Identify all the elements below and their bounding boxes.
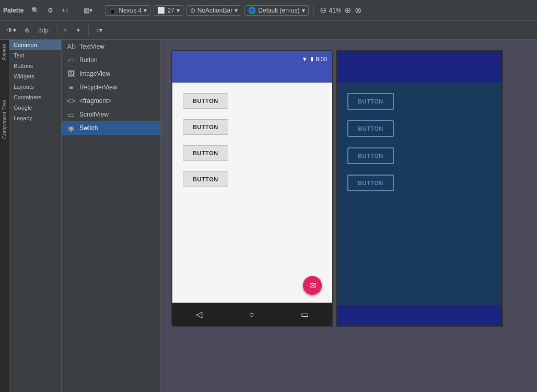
- main-area: Palette Component Tree CommonTextButtons…: [0, 40, 537, 392]
- divider-4: [56, 25, 56, 36]
- fab-button[interactable]: ✉: [303, 276, 322, 295]
- wave-button[interactable]: ≈: [61, 26, 70, 35]
- components-container: AbTextView▭Button🖼ImageView≡RecyclerView…: [62, 40, 160, 135]
- component-icon-switch: ◉: [67, 124, 75, 132]
- categories-list: CommonTextButtonsWidgetsLayoutsContainer…: [9, 40, 61, 123]
- component-item-recyclerview[interactable]: ≡RecyclerView: [62, 80, 160, 94]
- divider-2: [100, 5, 100, 16]
- api-level: 27: [167, 7, 174, 14]
- dark-button-4[interactable]: BUTTON: [347, 175, 394, 191]
- component-label-fragment: <fragment>: [79, 97, 111, 105]
- chevron-down-icon: ▾: [144, 7, 147, 14]
- locale-selector[interactable]: 🌐 Default (en-us) ▾: [244, 5, 308, 16]
- dark-button-3[interactable]: BUTTON: [347, 147, 394, 164]
- search-icon: 🔍: [31, 7, 39, 14]
- phone-nav-bar: ◁ ○ ▭: [172, 303, 332, 326]
- battery-icon: ▮: [310, 55, 313, 62]
- device-selector[interactable]: 📱 Nexus 4 ▾: [105, 5, 150, 16]
- theme-icon: ⊙: [190, 7, 195, 14]
- phone-button-2[interactable]: BUTTON: [183, 119, 228, 135]
- dark-preview-header: [337, 51, 502, 83]
- phone-status-bar: ▼ ▮ 8:00: [172, 51, 332, 83]
- spark-button[interactable]: ✦: [73, 26, 84, 35]
- add-button[interactable]: +↕: [59, 6, 71, 15]
- arrow-button[interactable]: ↕▾: [94, 26, 105, 35]
- component-icon-button: ▭: [67, 56, 75, 64]
- theme-selector[interactable]: ⊙ NoActionBar ▾: [186, 5, 241, 16]
- margin-button[interactable]: 8dp: [36, 26, 51, 35]
- divider-3: [313, 5, 314, 16]
- magnet-icon: ⊗: [25, 27, 30, 34]
- divider-5: [88, 25, 89, 36]
- dark-preview-content: BUTTON BUTTON BUTTON BUTTON: [337, 83, 502, 305]
- top-toolbar: Palette 🔍 ⚙ +↕ ▦▾ 📱 Nexus 4 ▾ ⬜ 27 ▾ ⊙ N…: [0, 0, 537, 21]
- component-icon-scrollview: ▭: [67, 110, 75, 119]
- phone-mockup: ▼ ▮ 8:00 BUTTON BUTTON BUTTON BUTTON ✉ ◁: [171, 50, 333, 327]
- component-item-scrollview[interactable]: ▭ScrollView: [62, 108, 160, 121]
- phone-button-1[interactable]: BUTTON: [183, 93, 228, 109]
- palette-vertical-label: Palette: [1, 40, 8, 64]
- eye-icon: 👁▾: [7, 27, 16, 34]
- palette-category-containers[interactable]: Containers: [9, 92, 61, 102]
- api-chevron-icon: ▾: [177, 7, 180, 14]
- palette-category-text[interactable]: Text: [9, 50, 61, 61]
- component-icon-textview: Ab: [67, 42, 75, 51]
- locale-label: Default (en-us): [258, 7, 299, 14]
- fab-icon: ✉: [309, 281, 316, 291]
- component-label-switch: Switch: [79, 124, 98, 132]
- phone-button-4[interactable]: BUTTON: [183, 171, 228, 187]
- wifi-icon: ▼: [302, 56, 308, 62]
- layers-icon: ▦▾: [84, 7, 92, 14]
- zoom-fit-button[interactable]: ⊗: [354, 5, 363, 15]
- dark-button-2[interactable]: BUTTON: [347, 120, 394, 137]
- zoom-in-button[interactable]: ⊕: [343, 5, 352, 15]
- spark-icon: ✦: [76, 27, 81, 34]
- eye-button[interactable]: 👁▾: [4, 26, 19, 35]
- phone-content: BUTTON BUTTON BUTTON BUTTON: [172, 83, 332, 303]
- component-label-recyclerview: RecyclerView: [79, 84, 117, 91]
- settings-button[interactable]: ⚙: [45, 6, 56, 15]
- phone-button-3[interactable]: BUTTON: [183, 145, 228, 161]
- search-button[interactable]: 🔍: [29, 6, 42, 15]
- dark-preview-panel: BUTTON BUTTON BUTTON BUTTON: [336, 50, 503, 327]
- locale-chevron-icon: ▾: [302, 7, 305, 14]
- palette-category-layouts[interactable]: Layouts: [9, 82, 61, 92]
- wave-icon: ≈: [64, 27, 67, 34]
- status-icons: ▼ ▮ 8:00: [302, 55, 327, 62]
- component-icon-fragment: <>: [67, 97, 75, 105]
- component-item-textview[interactable]: AbTextView: [62, 40, 160, 53]
- zoom-controls: ⊖ 41% ⊕ ⊗: [319, 5, 363, 15]
- magnet-button[interactable]: ⊗: [22, 26, 32, 35]
- settings-icon: ⚙: [48, 7, 53, 14]
- dark-preview-footer: [337, 305, 502, 326]
- component-label-textview: TextView: [79, 43, 104, 50]
- component-item-imageview[interactable]: 🖼ImageView: [62, 67, 160, 80]
- palette-category-buttons[interactable]: Buttons: [9, 61, 61, 71]
- sidebar-label-strip: Palette Component Tree: [0, 40, 9, 392]
- theme-chevron-icon: ▾: [235, 7, 238, 14]
- back-nav-icon[interactable]: ◁: [196, 309, 202, 319]
- palette-category-widgets[interactable]: Widgets: [9, 71, 61, 82]
- theme-label: NoActionBar: [197, 7, 232, 14]
- api-selector[interactable]: ⬜ 27 ▾: [154, 5, 183, 16]
- arrow-icon: ↕▾: [96, 27, 102, 34]
- palette-category-common[interactable]: Common: [9, 40, 61, 50]
- palette-label: Palette: [3, 7, 24, 14]
- layers-button[interactable]: ▦▾: [81, 6, 95, 15]
- component-item-fragment[interactable]: <><fragment>: [62, 94, 160, 108]
- component-list: AbTextView▭Button🖼ImageView≡RecyclerView…: [62, 40, 161, 392]
- divider-1: [76, 5, 76, 16]
- palette-category-legacy[interactable]: Legacy: [9, 113, 61, 123]
- dark-button-1[interactable]: BUTTON: [347, 93, 394, 110]
- zoom-out-button[interactable]: ⊖: [319, 5, 328, 15]
- phone-icon: 📱: [109, 7, 116, 14]
- component-label-scrollview: ScrollView: [79, 111, 109, 118]
- palette-category-google[interactable]: Google: [9, 102, 61, 113]
- status-time: 8:00: [316, 56, 327, 62]
- second-toolbar: 👁▾ ⊗ 8dp ≈ ✦ ↕▾: [0, 21, 537, 40]
- recent-nav-icon[interactable]: ▭: [301, 309, 309, 319]
- component-item-switch[interactable]: ◉Switch: [62, 121, 160, 135]
- component-item-button[interactable]: ▭Button: [62, 53, 160, 67]
- zoom-level: 41%: [329, 7, 342, 14]
- home-nav-icon[interactable]: ○: [249, 310, 254, 319]
